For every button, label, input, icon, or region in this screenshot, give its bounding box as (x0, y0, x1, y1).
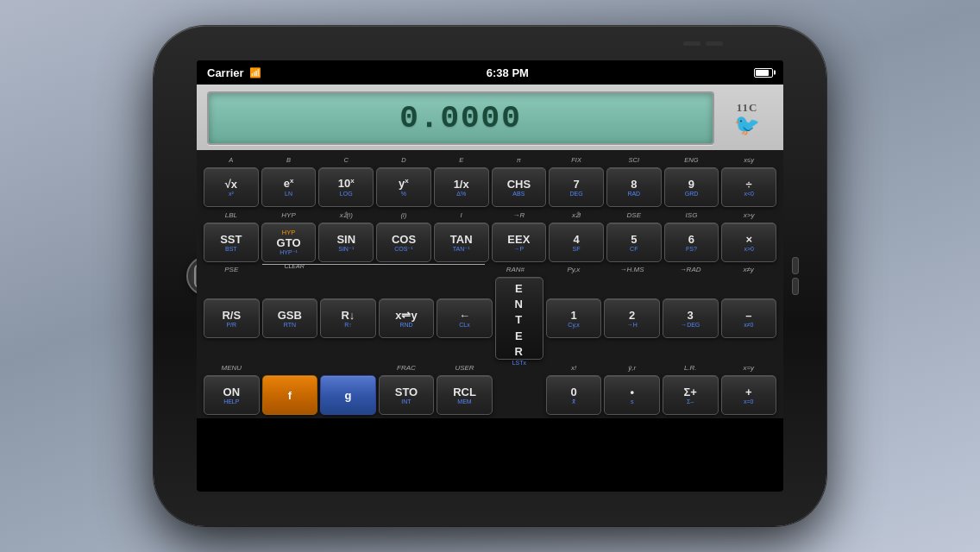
ex-label: ex (284, 178, 294, 189)
7-button[interactable]: 7 DEG (549, 167, 604, 207)
rd-label: R↓ (341, 310, 355, 321)
5-button[interactable]: 5 CF (606, 223, 662, 262)
g-label: g (344, 390, 351, 401)
4-button[interactable]: 4 SF (549, 223, 604, 262)
col4-label-xfact: x! (546, 361, 602, 373)
10x-sublabel: LOG (340, 191, 353, 197)
button-grid: A B C D E π FIX SCI ENG x≤y √x x² (197, 150, 783, 418)
sto-label: STO (395, 386, 418, 398)
col-labels-row2: LBL HYP xẑ(i) (i) I →R xẑI DSE ISG x>y (204, 209, 776, 221)
xy-sublabel: RND (399, 322, 412, 328)
battery-fill (756, 70, 769, 76)
f-button[interactable]: f (262, 375, 318, 415)
sub-label: – (745, 310, 751, 321)
button-row-2: SST BST HYP GTO HYP⁻¹ SIN SIN⁻¹ COS CO (204, 223, 776, 262)
sub-button[interactable]: – x≠0 (721, 298, 777, 338)
3-button[interactable]: 3 →DEG (663, 298, 719, 338)
8-button[interactable]: 8 RAD (606, 167, 662, 207)
rcl-sublabel: MEM (457, 398, 471, 405)
2-label: 2 (629, 310, 635, 321)
sqrt-button[interactable]: √x x² (204, 167, 259, 207)
dot-sublabel: s (631, 398, 634, 405)
yx-label: yx (399, 178, 409, 189)
tan-sublabel: TAN⁻¹ (453, 246, 470, 252)
volume-down[interactable] (792, 278, 799, 295)
1x-label: 1/x (454, 179, 469, 190)
back-button[interactable]: ← CLx (437, 298, 493, 338)
rs-button[interactable]: R/S P/R (204, 298, 260, 338)
sst-button[interactable]: SST BST (204, 223, 259, 262)
rcl-button[interactable]: RCL MEM (437, 375, 493, 415)
1-button[interactable]: 1 Cy,x (546, 298, 602, 338)
9-button[interactable]: 9 GRD (664, 167, 719, 207)
4-label: 4 (573, 234, 579, 245)
phone-frame: Carrier 📶 6:38 PM 0.0000 11C 🐦 (154, 26, 826, 526)
col2-label-i: (i) (376, 209, 431, 221)
5-sublabel: CF (630, 246, 638, 252)
sin-label: SIN (336, 234, 355, 245)
gsb-sublabel: RTN (284, 322, 296, 328)
battery-icon (754, 68, 773, 78)
2-button[interactable]: 2 →H (604, 298, 660, 338)
plus-button[interactable]: + x=0 (721, 375, 777, 415)
on-label: ON (223, 386, 241, 398)
gto-toplabel: HYP (282, 229, 295, 236)
col-labels-row1: A B C D E π FIX SCI ENG x≤y (204, 154, 776, 166)
sqrt-sublabel: x² (229, 191, 234, 197)
gto-button[interactable]: HYP GTO HYP⁻¹ (261, 223, 317, 262)
col-labels-row4: MENU FRAC USER x! ŷ,r L.R. x=y (204, 361, 776, 373)
enter-sublabel: LSTx (512, 360, 526, 366)
volume-up[interactable] (792, 257, 799, 274)
mul-button[interactable]: × x>0 (721, 223, 776, 262)
sigma-sublabel: Σ– (687, 398, 694, 405)
button-row-4: ON HELP f g STO INT RCL MEM (204, 375, 776, 415)
col4-label-menu: MENU (204, 361, 260, 373)
on-button[interactable]: ON HELP (204, 375, 260, 415)
col3-label-rad: →RAD (663, 264, 719, 274)
status-time: 6:38 PM (487, 66, 529, 79)
col3-label-rannum: RAN# (487, 264, 543, 274)
sigma-button[interactable]: Σ+ Σ– (663, 375, 719, 415)
3-sublabel: →DEG (681, 322, 700, 328)
g-button[interactable]: g (320, 375, 376, 415)
col3-label-pyx: Py,x (546, 264, 602, 274)
col-label-d: D (376, 154, 431, 166)
yx-button[interactable]: yx % (376, 167, 431, 207)
xy-label: x⇌y (395, 310, 417, 321)
ex-sublabel: LN (285, 191, 292, 197)
1-label: 1 (570, 310, 576, 321)
chs-button[interactable]: CHS ABS (492, 167, 547, 207)
enter-label: ENTER (515, 281, 524, 360)
col-label-e: E (434, 154, 489, 166)
sto-button[interactable]: STO INT (379, 375, 435, 415)
rd-button[interactable]: R↓ R↑ (320, 298, 376, 338)
status-right (754, 68, 773, 78)
brand-area: 11C 🐦 (721, 101, 773, 135)
tan-button[interactable]: TAN TAN⁻¹ (434, 223, 489, 262)
display-area: 0.0000 11C 🐦 (197, 85, 783, 150)
cos-button[interactable]: COS COS⁻¹ (376, 223, 431, 262)
1x-button[interactable]: 1/x Δ% (434, 167, 489, 207)
col-label-c: C (318, 154, 374, 166)
6-button[interactable]: 6 FS? (664, 223, 719, 262)
col-label-a: A (204, 154, 259, 166)
ex-button[interactable]: ex LN (261, 167, 317, 207)
div-label: ÷ (746, 179, 752, 190)
10x-button[interactable]: 10x LOG (318, 167, 374, 207)
div-button[interactable]: ÷ x<0 (721, 167, 776, 207)
6-label: 6 (688, 234, 694, 245)
xy-button[interactable]: x⇌y RND (379, 298, 435, 338)
col2-label-I: I (434, 209, 489, 221)
phone-top-buttons (683, 41, 723, 46)
0-button[interactable]: 0 x̄ (546, 375, 602, 415)
col2-label-dse: DSE (606, 209, 662, 221)
enter-button[interactable]: ENTER LSTx (495, 277, 543, 360)
rs-sublabel: P/R (226, 322, 236, 328)
gsb-button[interactable]: GSB RTN (262, 298, 318, 338)
eex-button[interactable]: EEX →P (492, 223, 547, 262)
7-label: 7 (573, 179, 579, 190)
sst-label: SST (220, 234, 242, 245)
sin-sublabel: SIN⁻¹ (338, 246, 354, 252)
dot-button[interactable]: • s (604, 375, 660, 415)
sin-button[interactable]: SIN SIN⁻¹ (318, 223, 374, 262)
